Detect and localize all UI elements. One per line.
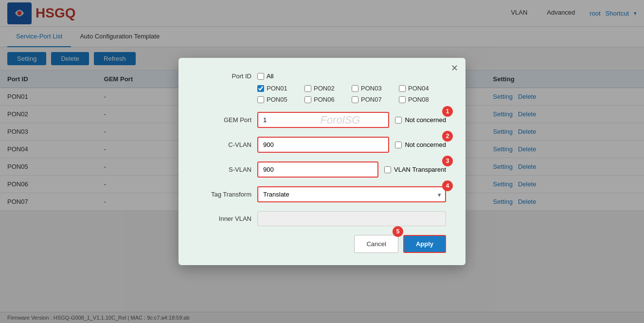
pon08-checkbox[interactable] [399,96,406,103]
svlan-wrap [257,162,378,178]
cancel-button[interactable]: Cancel [354,235,398,253]
step-2-badge: 2 [442,131,453,142]
gem-port-row: 1 GEM Port ForolSG Not concerned [198,112,446,128]
pon04-checkbox[interactable] [399,85,406,92]
cvlan-input[interactable] [257,137,389,153]
inner-vlan-wrap [257,211,446,226]
tag-transform-select[interactable]: Translate Add Remove Transparent [257,186,446,202]
pon05-checkbox[interactable] [257,96,264,103]
not-concerned-2-wrap: Not concerned [395,141,446,148]
modal-footer: 5 Cancel Apply [198,235,446,253]
pon06-label[interactable]: PON06 [314,96,335,103]
modal: ✕ Port ID All PON01 PON02 [179,58,465,265]
pon08-label[interactable]: PON08 [408,96,429,103]
pon06-item: PON06 [304,96,352,103]
step-5-badge: 5 [393,226,403,237]
tag-transform-wrap: Translate Add Remove Transparent [257,186,446,202]
inner-vlan-input[interactable] [257,211,446,226]
pon03-item: PON03 [352,85,399,92]
pon05-item: PON05 [257,96,304,103]
not-concerned-1-label[interactable]: Not concerned [405,116,446,124]
pon07-label[interactable]: PON07 [361,96,382,103]
modal-close-button[interactable]: ✕ [451,64,458,72]
pon-row-1: PON01 PON02 PON03 PON04 [198,85,446,92]
pon03-label[interactable]: PON03 [361,85,382,92]
svlan-row: 3 S-VLAN VLAN Transparent [198,162,446,178]
pon05-label[interactable]: PON05 [267,96,287,103]
pon02-checkbox[interactable] [304,85,311,92]
pon-row-2: PON05 PON06 PON07 PON08 [198,96,446,103]
svlan-label: S-VLAN [198,166,251,173]
port-id-label: Port ID [198,72,251,80]
pon04-item: PON04 [399,85,446,92]
not-concerned-1-wrap: Not concerned [395,116,446,124]
pon03-checkbox[interactable] [352,85,358,92]
not-concerned-2-label[interactable]: Not concerned [405,141,446,148]
pon01-checkbox[interactable] [257,85,264,92]
vlan-transparent-wrap: VLAN Transparent [384,166,446,173]
pon02-label[interactable]: PON02 [314,85,335,92]
all-checkbox[interactable] [257,73,264,80]
cvlan-label: C-VLAN [198,141,251,148]
port-id-section: Port ID All PON01 PON02 PON03 [198,72,446,103]
pon01-label[interactable]: PON01 [267,85,287,92]
gem-port-input[interactable] [257,112,389,128]
pon07-item: PON07 [352,96,399,103]
cvlan-wrap [257,137,389,153]
step-1-badge: 1 [442,106,453,117]
vlan-transparent-checkbox[interactable] [384,166,391,173]
svlan-input[interactable] [257,162,378,178]
gem-port-wrap: ForolSG [257,112,389,128]
overlay: ✕ Port ID All PON01 PON02 [0,0,644,323]
pon02-item: PON02 [304,85,352,92]
cvlan-row: 2 C-VLAN Not concerned [198,137,446,153]
all-label[interactable]: All [267,72,273,80]
gem-port-label: GEM Port [198,116,251,124]
tag-transform-label: Tag Transform [198,191,251,198]
tag-transform-row: 4 Tag Transform Translate Add Remove Tra… [198,186,446,202]
apply-button[interactable]: Apply [403,235,446,253]
inner-vlan-label: Inner VLAN [198,215,251,222]
step-3-badge: 3 [442,156,453,166]
pon01-item: PON01 [257,85,304,92]
pon08-item: PON08 [399,96,446,103]
not-concerned-2-checkbox[interactable] [395,142,402,148]
pon07-checkbox[interactable] [352,96,358,103]
not-concerned-1-checkbox[interactable] [395,117,402,124]
step-4-badge: 4 [442,180,453,191]
inner-vlan-row: Inner VLAN [198,211,446,226]
pon04-label[interactable]: PON04 [408,85,429,92]
vlan-transparent-label[interactable]: VLAN Transparent [394,166,446,173]
pon06-checkbox[interactable] [304,96,311,103]
